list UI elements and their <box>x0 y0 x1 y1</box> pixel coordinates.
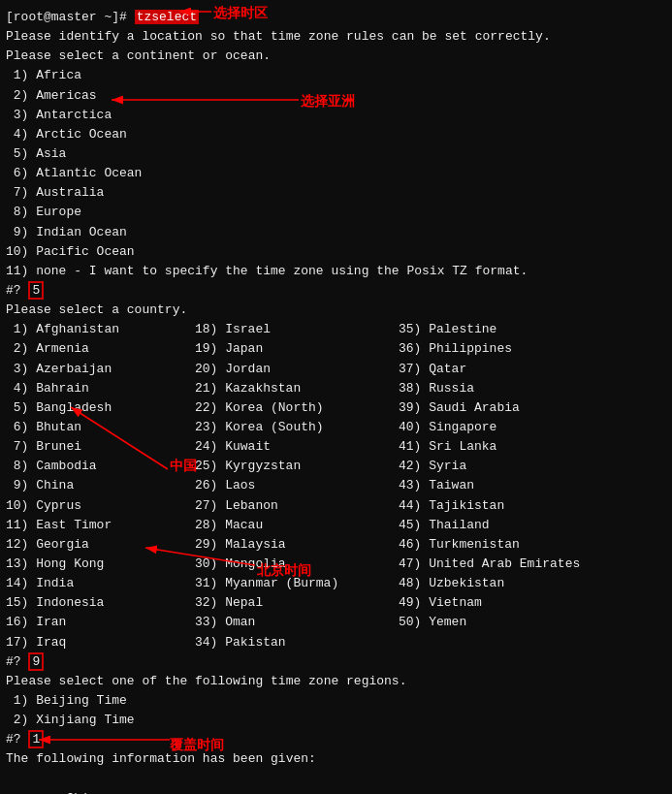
continent-input-value[interactable]: 5 <box>28 281 44 300</box>
continent-11: 11) none - I want to specify the time zo… <box>6 262 666 281</box>
continent-9: 9) Indian Ocean <box>6 223 666 242</box>
region-input-value[interactable]: 1 <box>28 730 44 748</box>
continent-4: 4) Arctic Ocean <box>6 125 666 144</box>
annotation-overwrite-time: 覆盖时间 <box>170 737 224 754</box>
continent-5: 5) Asia <box>6 144 666 164</box>
terminal: [root@master ~]# tzselect Please identif… <box>0 0 672 794</box>
input-country: #? 9 <box>6 652 666 672</box>
input-region: #? 1 <box>6 730 666 749</box>
annotation-beijing-time: 北京时间 <box>257 562 311 580</box>
info-line-2: Please select a continent or ocean. <box>6 47 666 66</box>
timezone-region-header: Please select one of the following time … <box>6 672 666 691</box>
continent-10: 10) Pacific Ocean <box>6 242 666 262</box>
country-col-3: 35) Palestine 36) Philippines 37) Qatar … <box>399 320 641 651</box>
country-input-value[interactable]: 9 <box>28 652 44 671</box>
prompt-line: [root@master ~]# tzselect <box>6 8 666 27</box>
annotation-select-asia: 选择亚洲 <box>301 93 355 111</box>
country-col-1: 1) Afghanistan 2) Armenia 3) Azerbaijan … <box>6 320 195 651</box>
country-list: 1) Afghanistan 2) Armenia 3) Azerbaijan … <box>6 320 666 651</box>
prompt: [root@master ~]# <box>6 10 135 24</box>
country-header: Please select a country. <box>6 301 666 320</box>
confirmation-header: The following information has been given… <box>6 749 666 769</box>
continent-8: 8) Europe <box>6 203 666 222</box>
continent-6: 6) Atlantic Ocean <box>6 164 666 183</box>
continent-7: 7) Australia <box>6 183 666 203</box>
blank-1 <box>6 769 666 788</box>
tz-region-1: 1) Beijing Time <box>6 691 666 711</box>
confirm-location: China <box>6 789 666 794</box>
annotation-china: 中国 <box>170 458 197 475</box>
annotation-select-timezone: 选择时区 <box>213 5 268 22</box>
input-continent: #? 5 <box>6 281 666 301</box>
country-col-2: 18) Israel 19) Japan 20) Jordan 21) Kaza… <box>195 320 399 651</box>
continent-1: 1) Africa <box>6 66 666 85</box>
tz-region-2: 2) Xinjiang Time <box>6 711 666 730</box>
info-line-1: Please identify a location so that time … <box>6 27 666 47</box>
tzselect-command: tzselect <box>135 10 199 24</box>
